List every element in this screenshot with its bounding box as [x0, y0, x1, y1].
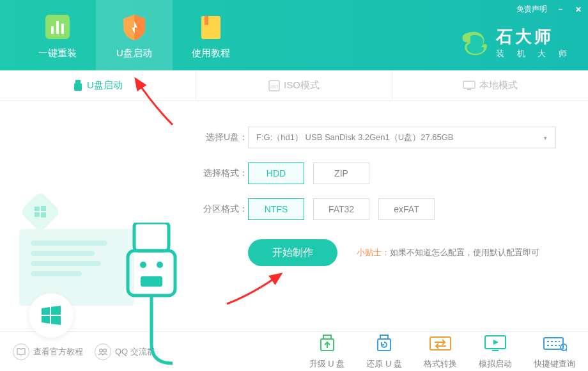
shield-usb-icon [119, 12, 150, 42]
main-content: 选择U盘： F:G:（hd1） USB SanDisk 3.2Gen1（U盘）2… [0, 101, 588, 331]
nav-label: 使用教程 [192, 47, 230, 59]
form-area: 选择U盘： F:G:（hd1） USB SanDisk 3.2Gen1（U盘）2… [192, 101, 588, 331]
sub-tabs: U盘启动 ISO ISO模式 本地模式 [0, 70, 588, 101]
nav-usb-boot[interactable]: U盘启动 [96, 0, 173, 70]
subtab-label: 本地模式 [479, 79, 518, 91]
action-label: 升级 U 盘 [309, 358, 345, 370]
svg-rect-7 [75, 80, 81, 83]
svg-rect-11 [463, 81, 475, 88]
iso-icon: ISO [268, 80, 280, 91]
subtab-local[interactable]: 本地模式 [392, 70, 588, 100]
drive-label: 选择U盘： [198, 132, 248, 143]
svg-rect-8 [74, 83, 82, 91]
illustration [0, 101, 192, 331]
nav-tutorial[interactable]: 使用教程 [173, 0, 249, 70]
tip-text: 小贴士：如果不知道怎么配置，使用默认配置即可 [357, 247, 539, 258]
svg-rect-32 [430, 337, 451, 350]
svg-rect-2 [56, 21, 59, 34]
tip-label: 小贴士： [357, 248, 390, 257]
subtab-label: ISO模式 [284, 79, 320, 91]
drive-select[interactable]: F:G:（hd1） USB SanDisk 3.2Gen1（U盘）27.65GB [248, 127, 556, 148]
restore-usb[interactable]: 还原 U 盘 [366, 334, 402, 370]
format-options: HDD ZIP [248, 162, 369, 184]
usb-icon [73, 80, 83, 91]
action-label: 快捷键查询 [534, 358, 575, 370]
header: 一键重装 U盘启动 使用教程 石大师 装 机 大 师 免责声明 － ✕ [0, 0, 588, 70]
svg-rect-1 [51, 26, 54, 34]
svg-rect-16 [41, 212, 46, 217]
people-icon [95, 343, 111, 360]
svg-rect-6 [205, 16, 208, 25]
close-button[interactable]: ✕ [574, 5, 583, 14]
brand: 石大师 装 机 大 师 [460, 26, 572, 59]
brand-subtitle: 装 机 大 师 [496, 48, 572, 59]
svg-rect-20 [31, 271, 82, 276]
minimize-button[interactable]: － [556, 4, 565, 15]
subtab-label: U盘启动 [87, 79, 123, 91]
format-label: 选择格式： [198, 168, 248, 179]
monitor-icon [463, 81, 476, 91]
svg-rect-15 [35, 212, 40, 217]
partition-label: 分区格式： [198, 203, 248, 215]
usb-up-icon [315, 334, 339, 354]
usb-refresh-icon [372, 334, 396, 354]
svg-rect-13 [35, 207, 40, 211]
upgrade-usb[interactable]: 升级 U 盘 [309, 334, 345, 370]
partition-exfat[interactable]: exFAT [378, 198, 435, 220]
svg-rect-17 [31, 241, 107, 246]
book-open-icon [13, 343, 29, 360]
bottom-right: 升级 U 盘 还原 U 盘 格式转换 模拟启动 快捷键查询 [309, 334, 575, 370]
brand-title: 石大师 [496, 26, 572, 48]
partition-fat32[interactable]: FAT32 [313, 198, 369, 220]
tip-content: 如果不知道怎么配置，使用默认配置即可 [390, 248, 539, 257]
subtab-usb[interactable]: U盘启动 [0, 70, 196, 100]
play-monitor-icon [483, 334, 507, 354]
svg-point-27 [104, 349, 107, 352]
svg-text:ISO: ISO [270, 84, 279, 89]
svg-point-24 [157, 262, 163, 268]
tutorial-link[interactable]: 查看官方教程 [13, 343, 83, 360]
nav-tabs: 一键重装 U盘启动 使用教程 [0, 0, 249, 70]
windows-tile-icon [19, 191, 61, 232]
svg-rect-25 [141, 276, 162, 287]
drive-value: F:G:（hd1） USB SanDisk 3.2Gen1（U盘）27.65GB [256, 132, 454, 143]
simulate-boot[interactable]: 模拟启动 [479, 334, 512, 370]
book-icon [196, 12, 226, 42]
subtab-iso[interactable]: ISO ISO模式 [196, 70, 392, 100]
action-label: 模拟启动 [479, 358, 512, 370]
partition-ntfs[interactable]: NTFS [248, 198, 304, 220]
bottom-bar: 查看官方教程 QQ 交流群 升级 U 盘 还原 U 盘 格式转换 模拟启动 快捷… [0, 331, 588, 371]
action-label: 还原 U 盘 [366, 358, 402, 370]
convert-icon [428, 334, 453, 354]
svg-rect-18 [31, 251, 95, 256]
svg-point-26 [100, 349, 103, 352]
format-hdd[interactable]: HDD [248, 162, 304, 184]
keyboard-search-icon [543, 334, 567, 354]
window-controls: 免责声明 － ✕ [516, 4, 583, 15]
nav-reinstall[interactable]: 一键重装 [19, 0, 96, 70]
bar-chart-icon [42, 12, 73, 42]
format-convert[interactable]: 格式转换 [424, 334, 457, 370]
nav-label: 一键重装 [38, 47, 77, 59]
brand-logo-icon [460, 28, 490, 58]
start-button[interactable]: 开始制作 [248, 239, 337, 266]
svg-rect-3 [61, 24, 64, 34]
svg-rect-12 [467, 89, 471, 90]
action-label: 格式转换 [424, 358, 457, 370]
svg-point-23 [140, 262, 146, 268]
svg-line-39 [566, 350, 567, 352]
svg-rect-21 [134, 223, 169, 251]
windows-logo-icon [29, 293, 74, 338]
partition-options: NTFS FAT32 exFAT [248, 198, 435, 220]
usb-cable-icon [115, 223, 185, 371]
svg-rect-34 [492, 350, 499, 351]
format-zip[interactable]: ZIP [313, 162, 369, 184]
svg-rect-5 [201, 16, 220, 39]
hotkey-lookup[interactable]: 快捷键查询 [534, 334, 575, 370]
disclaimer-link[interactable]: 免责声明 [516, 4, 547, 15]
link-label: 查看官方教程 [33, 346, 83, 358]
nav-label: U盘启动 [116, 47, 152, 59]
svg-rect-19 [31, 261, 101, 266]
svg-rect-14 [41, 206, 46, 211]
svg-rect-22 [128, 251, 175, 296]
